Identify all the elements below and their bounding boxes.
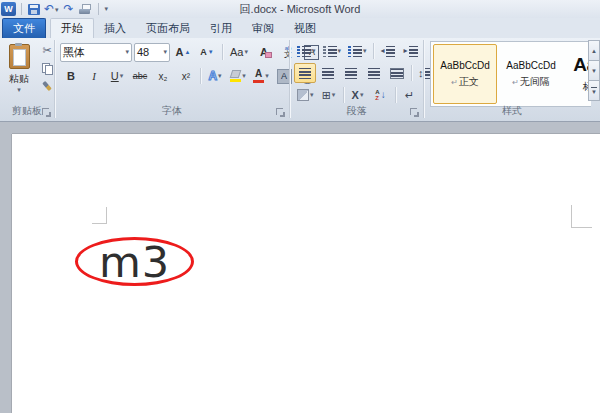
- paragraph-dialog-launcher[interactable]: [410, 108, 419, 117]
- pilcrow-mark-icon: ↵: [451, 78, 458, 87]
- style-label: ↵无间隔: [512, 75, 550, 89]
- printer-icon: [79, 4, 92, 15]
- customize-qat-icon[interactable]: ▾: [105, 5, 109, 13]
- chevron-down-icon: ▾: [332, 91, 336, 99]
- strikethrough-button[interactable]: abc: [129, 66, 151, 86]
- more-styles-icon: ▼: [591, 87, 597, 95]
- increase-indent-button[interactable]: ▸: [400, 41, 422, 61]
- clear-formatting-button[interactable]: A: [253, 42, 275, 62]
- subscript-button[interactable]: x₂: [152, 66, 174, 86]
- borders-button[interactable]: ⊞▾: [318, 85, 340, 105]
- sort-icon: AZ: [375, 89, 379, 101]
- underline-button[interactable]: U▾: [106, 66, 128, 86]
- styles-scroll-down-button[interactable]: ▼: [588, 60, 600, 81]
- align-center-button[interactable]: [317, 63, 339, 83]
- justify-button[interactable]: [363, 63, 385, 83]
- margin-corner-mark-right: [571, 205, 592, 228]
- quick-access-toolbar: W ↶▾ ↷ ▾: [0, 0, 108, 18]
- caret-down-icon: ▼: [208, 49, 214, 55]
- tab-review[interactable]: 审阅: [242, 19, 284, 38]
- show-hide-marks-button[interactable]: ↵: [399, 85, 421, 105]
- align-right-icon: [345, 68, 357, 79]
- align-left-button[interactable]: [294, 63, 316, 83]
- highlighter-icon: [230, 70, 241, 82]
- multilevel-list-button[interactable]: ▾: [345, 41, 370, 61]
- font-color-button[interactable]: A▾: [250, 66, 272, 86]
- document-page[interactable]: m3: [12, 134, 600, 413]
- print-preview-button[interactable]: [79, 1, 93, 17]
- chevron-down-icon: ▾: [218, 72, 222, 80]
- change-case-button[interactable]: Aa▾: [227, 42, 251, 62]
- align-right-button[interactable]: [340, 63, 362, 83]
- grow-font-button[interactable]: A▲: [172, 42, 194, 62]
- undo-icon: ↶: [44, 3, 54, 15]
- change-case-icon: Aa: [230, 46, 243, 58]
- superscript-button[interactable]: x²: [175, 66, 197, 86]
- superscript-icon: x²: [182, 71, 190, 82]
- asian-layout-icon: X: [352, 90, 359, 101]
- save-button[interactable]: [27, 1, 41, 17]
- style-normal[interactable]: AaBbCcDd ↵正文: [433, 44, 497, 104]
- chevron-down-icon: ▾: [265, 72, 269, 80]
- format-painter-icon: [42, 81, 51, 91]
- font-dialog-launcher[interactable]: [276, 108, 285, 117]
- clear-formatting-icon: A: [260, 46, 268, 58]
- decrease-indent-button[interactable]: ◂: [377, 41, 399, 61]
- copy-icon: [42, 63, 52, 74]
- document-area[interactable]: m3: [0, 122, 600, 413]
- tab-references[interactable]: 引用: [200, 19, 242, 38]
- font-name-combobox[interactable]: 黑体 ▾: [60, 43, 132, 62]
- bold-icon: B: [67, 70, 75, 82]
- font-size-combobox[interactable]: 48 ▾: [134, 43, 170, 62]
- divider: [200, 68, 201, 84]
- style-preview: AaBbCcDd: [440, 60, 489, 71]
- distribute-button[interactable]: [386, 63, 408, 83]
- shading-icon: [297, 89, 309, 101]
- shading-button[interactable]: ▾: [294, 85, 317, 105]
- divider: [343, 87, 344, 103]
- italic-button[interactable]: I: [83, 66, 105, 86]
- bullets-lines: [302, 46, 311, 57]
- down-arrow-icon: ▼: [591, 68, 597, 74]
- bullets-icon: [297, 46, 300, 57]
- text-effects-button[interactable]: A▾: [204, 66, 226, 86]
- clipboard-dialog-launcher[interactable]: [42, 108, 51, 117]
- numbering-button[interactable]: ▾: [320, 41, 345, 61]
- redo-icon: ↷: [64, 3, 74, 15]
- tab-page-layout[interactable]: 页面布局: [136, 19, 200, 38]
- bold-button[interactable]: B: [60, 66, 82, 86]
- scissors-icon: ✂: [42, 45, 51, 56]
- divider: [21, 3, 22, 15]
- asian-layout-button[interactable]: X▾: [347, 85, 369, 105]
- save-icon: [28, 4, 40, 15]
- style-no-spacing[interactable]: AaBbCcDd ↵无间隔: [499, 44, 563, 104]
- tab-insert[interactable]: 插入: [94, 19, 136, 38]
- chevron-down-icon: ▾: [360, 91, 364, 99]
- shrink-font-icon: A: [200, 47, 207, 57]
- tab-file[interactable]: 文件: [2, 18, 46, 38]
- bullets-button[interactable]: ▾: [294, 41, 319, 61]
- distribute-icon: [390, 68, 404, 79]
- undo-dropdown-icon[interactable]: ▾: [55, 6, 59, 13]
- red-circle-annotation[interactable]: m3: [75, 237, 194, 286]
- redo-button[interactable]: ↷: [62, 1, 76, 17]
- multilevel-list-icon: [348, 46, 351, 57]
- highlight-button[interactable]: ▾: [227, 66, 249, 86]
- indent-lines: [409, 46, 418, 57]
- increase-indent-icon: ▸: [404, 47, 408, 55]
- document-text[interactable]: m3: [99, 239, 170, 284]
- word-logo-icon[interactable]: W: [1, 2, 16, 16]
- chevron-down-icon: ▾: [312, 47, 316, 55]
- divider: [98, 3, 99, 15]
- shrink-font-button[interactable]: A▼: [196, 42, 218, 62]
- paste-label: 粘贴: [9, 72, 29, 86]
- tab-home[interactable]: 开始: [50, 18, 94, 38]
- undo-button[interactable]: ↶▾: [44, 1, 59, 17]
- tab-view[interactable]: 视图: [284, 19, 326, 38]
- numbering-icon: [323, 46, 326, 57]
- styles-more-button[interactable]: ▼: [588, 80, 600, 101]
- paste-dropdown-icon[interactable]: ▾: [17, 86, 21, 94]
- ribbon-tabs: 文件 开始 插入 页面布局 引用 审阅 视图: [0, 18, 600, 38]
- sort-button[interactable]: AZ↓: [370, 85, 392, 105]
- styles-scroll-up-button[interactable]: ▲: [588, 40, 600, 61]
